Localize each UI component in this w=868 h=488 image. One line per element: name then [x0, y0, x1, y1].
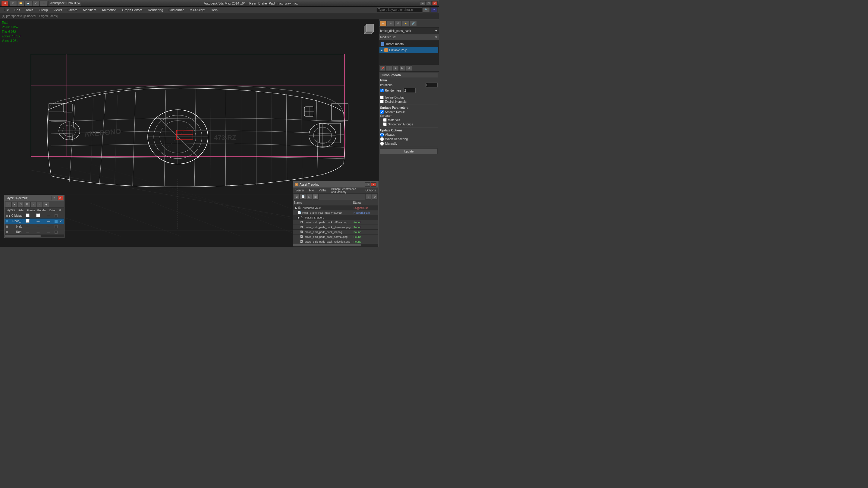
menu-tools[interactable]: Tools	[23, 7, 36, 12]
asset-settings-btn[interactable]: ⚙	[372, 194, 378, 200]
layers-new-btn[interactable]: □	[18, 202, 24, 207]
layer-row-default[interactable]: ▶ 0 (default) —	[4, 213, 64, 218]
menu-animation[interactable]: Animation	[99, 7, 119, 12]
minimize-btn[interactable]: −	[420, 1, 426, 5]
undo-btn[interactable]: ↩	[32, 1, 39, 6]
asset-row-glossines[interactable]: 🖼 brake_disk_pads_back_glossines.png Fou…	[293, 225, 378, 230]
search-btn[interactable]: 🔍	[423, 7, 430, 13]
layer-row-rear-brake-pad[interactable]: Rear_Brake_Pad — — ✓	[4, 218, 64, 224]
open-btn[interactable]: 📂	[17, 1, 24, 6]
always-radio-label[interactable]: Always	[380, 133, 438, 136]
layers-help-btn[interactable]: ?	[52, 196, 57, 200]
menu-graph-editors[interactable]: Graph Editors	[120, 7, 145, 12]
rp-icon-5[interactable]: 🔗	[410, 21, 417, 26]
layer-freeze-1[interactable]	[36, 213, 40, 217]
smooth-result-label[interactable]: Smooth Result	[380, 110, 438, 114]
layer-hide-2[interactable]	[26, 219, 30, 223]
pin-btn[interactable]: 📌	[379, 65, 385, 71]
layers-delete-btn[interactable]: ✕	[11, 202, 18, 207]
menu-modifiers[interactable]: Modifiers	[81, 7, 99, 12]
when-rendering-radio-label[interactable]: When Rendering	[380, 137, 438, 141]
maximize-btn[interactable]: □	[426, 1, 432, 5]
layers-close-btn[interactable]: ✕	[58, 196, 63, 200]
explicit-normals-label[interactable]: Explicit Normals	[380, 100, 438, 103]
asset-tool-1[interactable]: 🖥	[293, 194, 300, 200]
asset-row-max-file[interactable]: 📄 Rear_Brake_Pad_max_vray.max Network Pa…	[293, 210, 378, 215]
asset-close-btn[interactable]: ✕	[371, 182, 376, 187]
asset-tool-3[interactable]: □	[306, 194, 312, 200]
modifier-list-expand[interactable]: ▼	[435, 36, 438, 39]
layers-title-bar[interactable]: Layer: 0 (default) ? ✕	[4, 195, 64, 201]
layer-row-rear-brake-pad-2[interactable]: Rear_Brake_Pad — — —	[4, 230, 64, 235]
layers-scrollbar[interactable]	[4, 235, 64, 238]
modifier-turbosmooth[interactable]: TurboSmooth	[379, 41, 438, 47]
modifier-editable-poly[interactable]: ■ Editable Poly	[379, 47, 438, 53]
layers-add-btn[interactable]: +	[5, 202, 11, 207]
rp-icon-2[interactable]: ✏	[387, 21, 394, 26]
asset-help-btn[interactable]: ?	[365, 194, 371, 200]
asset-menu-options[interactable]: Options	[363, 188, 378, 193]
asset-row-normal[interactable]: 🖼 brake_disk_pads_back_normal.png Found	[293, 235, 378, 239]
smoothing-groups-checkbox[interactable]	[383, 122, 387, 126]
menu-edit[interactable]: Edit	[12, 7, 23, 12]
layers-sel-btn[interactable]: ◈	[43, 202, 49, 207]
asset-row-lor[interactable]: 🖼 brake_disk_pads_back_lor.png Found	[293, 230, 378, 235]
asset-row-autodesk[interactable]: ▶ 🏛 Autodesk Vault Logged Out	[293, 206, 378, 210]
asset-row-diffuse[interactable]: 🖼 brake_disk_pads_back_diffuse.png Found	[293, 220, 378, 225]
asset-row-reflection[interactable]: 🖼 brake_disk_pads_back_reflection.png Fo…	[293, 239, 378, 244]
asset-menu-server[interactable]: Server	[293, 188, 307, 193]
asset-menu-paths[interactable]: Paths	[316, 188, 329, 193]
asset-menu-file[interactable]: File	[307, 188, 316, 193]
menu-help[interactable]: Help	[208, 7, 220, 12]
workspace-selector[interactable]: Workspace: Default	[48, 1, 82, 6]
asset-tool-4[interactable]: ⊞	[313, 194, 318, 200]
isoline-label[interactable]: Isoline Display	[380, 96, 438, 99]
menu-views[interactable]: Views	[51, 7, 64, 12]
smoothing-groups-label[interactable]: Smoothing Groups	[383, 122, 438, 126]
iterations-input[interactable]	[426, 83, 438, 87]
menu-file[interactable]: File	[1, 7, 11, 12]
rp-icon-4[interactable]: ⚡	[402, 21, 409, 26]
redo-btn[interactable]: ↪	[40, 1, 47, 6]
rp-icon-1[interactable]: ■	[379, 21, 387, 26]
expand-icon[interactable]: ▼	[435, 29, 438, 33]
layer-row-brake-disk[interactable]: brake_disk_pads_back — — —	[4, 224, 64, 230]
modifier-tool-4[interactable]: ⊲	[406, 65, 412, 71]
rp-icon-3[interactable]: ⚙	[395, 21, 402, 26]
smooth-result-checkbox[interactable]	[380, 110, 384, 114]
search-input[interactable]	[377, 7, 422, 12]
materials-label[interactable]: Materials	[383, 118, 438, 122]
update-button[interactable]: Update	[380, 148, 438, 154]
manually-radio-label[interactable]: Manually	[380, 142, 438, 146]
asset-row-maps[interactable]: ▶ 🗂 Maps / Shaders	[293, 215, 378, 220]
isoline-checkbox[interactable]	[380, 96, 384, 99]
asset-restore-btn[interactable]: □	[365, 182, 370, 187]
asset-tool-2[interactable]: 📄	[300, 194, 306, 200]
render-iters-input[interactable]	[404, 88, 415, 93]
menu-rendering[interactable]: Rendering	[146, 7, 166, 12]
app-icon[interactable]: 3	[1, 1, 8, 6]
layer-hide-1[interactable]	[26, 213, 30, 217]
menu-create[interactable]: Create	[65, 7, 80, 12]
explicit-normals-checkbox[interactable]	[380, 100, 384, 103]
close-btn[interactable]: ✕	[432, 1, 438, 5]
always-radio[interactable]	[380, 133, 384, 136]
render-iters-checkbox[interactable]	[380, 89, 384, 92]
menu-customize[interactable]: Customize	[166, 7, 187, 12]
save-btn[interactable]: 💾	[25, 1, 32, 6]
layers-move-down[interactable]: ↓	[37, 202, 43, 207]
menu-group[interactable]: Group	[36, 7, 50, 12]
new-btn[interactable]: □	[10, 1, 17, 6]
menu-maxscript[interactable]: MAXScript	[187, 7, 208, 12]
asset-menu-bitmap[interactable]: Bitmap Performance and Memory	[329, 187, 363, 194]
materials-checkbox[interactable]	[383, 118, 387, 122]
modifier-tool-1[interactable]: |	[386, 65, 392, 71]
manually-radio[interactable]	[380, 142, 384, 146]
layers-merge-btn[interactable]: ⊞	[24, 202, 30, 207]
help-icon[interactable]: ?	[430, 7, 438, 13]
asset-scrollbar[interactable]	[293, 244, 378, 247]
modifier-tool-3[interactable]: ⊳	[399, 65, 405, 71]
modifier-tool-2[interactable]: ⊳	[393, 65, 399, 71]
layers-move-up[interactable]: ↑	[30, 202, 36, 207]
when-rendering-radio[interactable]	[380, 137, 384, 141]
